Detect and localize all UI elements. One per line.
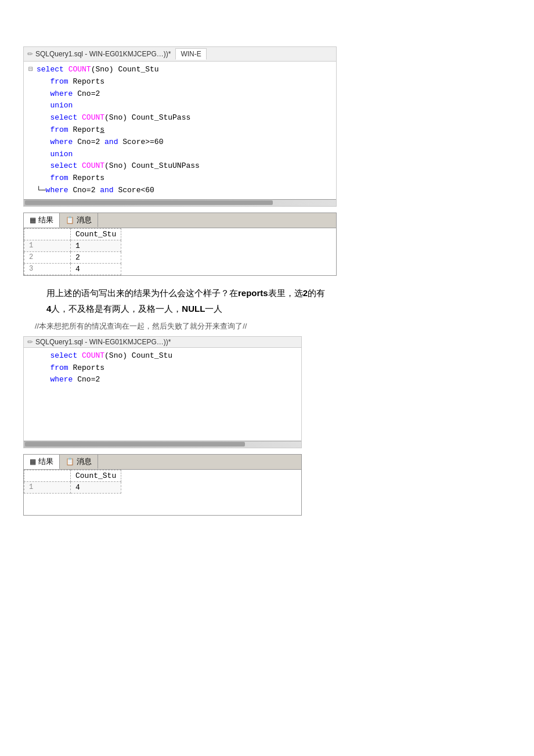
code-line-8: union — [28, 149, 331, 161]
code-line-2: from Reports — [28, 76, 331, 88]
editor-title-bar-2: ✏ SQLQuery1.sql - WIN-EG01KMJCEPG…))* — [24, 337, 301, 348]
results-tabs-2: ▦ 结果 📋 消息 — [23, 454, 302, 469]
editor-tab-1[interactable]: WIN-E — [175, 48, 206, 60]
comment-text: //本来想把所有的情况查询在一起，然后失败了就分开来查询了// — [35, 321, 511, 332]
code-line-5: select COUNT(Sno) Count_StuPass — [28, 112, 331, 124]
desc-text-6: 一人 — [205, 304, 222, 314]
editor-scrollbar-1[interactable] — [24, 199, 336, 206]
editor-title-1: SQLQuery1.sql - WIN-EG01KMJCEPG…))* — [35, 50, 171, 58]
scrollbar-thumb-1[interactable] — [25, 200, 273, 205]
scrollbar-thumb-2[interactable] — [25, 442, 245, 447]
messages-tab-2[interactable]: 📋 消息 — [60, 455, 98, 469]
messages-icon-1: 📋 — [66, 216, 74, 224]
results-table-container-1: Count_Stu 1 1 2 2 3 4 — [23, 228, 337, 276]
row-num-2-1: 1 — [24, 481, 71, 493]
results-tab-label-2: 结果 — [38, 456, 53, 467]
code-line-4: union — [28, 100, 331, 112]
results-table-2: Count_Stu 1 4 — [24, 470, 121, 494]
editor-body-2[interactable]: select COUNT(Sno) Count_Stu from Reports… — [24, 348, 301, 441]
desc-text-1: 用上述的语句写出来的结果为什么会这个样子？在 — [46, 288, 238, 298]
line-indicator-10 — [28, 172, 34, 185]
desc-text-3: 的有 — [308, 288, 325, 298]
results-icon-2: ▦ — [30, 458, 36, 466]
code-line-9: select COUNT(Sno) Count_StuUNPass — [28, 160, 331, 172]
editor-title-bar-1: ✏ SQLQuery1.sql - WIN-EG01KMJCEPG…))* WI… — [24, 47, 336, 62]
row-num-1-2: 2 — [24, 251, 71, 263]
results-tab-label-1: 结果 — [38, 215, 53, 225]
results-tab-2-active[interactable]: ▦ 结果 — [24, 455, 60, 469]
table-row: 2 2 — [24, 251, 121, 263]
line-indicator-2-3 — [28, 374, 34, 386]
code-line-6: from Reports — [28, 124, 331, 136]
line-indicator-2-1 — [28, 350, 34, 362]
sql-editor-block-2: ✏ SQLQuery1.sql - WIN-EG01KMJCEPG…))* se… — [23, 336, 302, 448]
results-tab-1-active[interactable]: ▦ 结果 — [24, 213, 60, 228]
desc-bold-3: NULL — [182, 304, 205, 314]
row-num-header-1 — [24, 228, 71, 240]
line-indicator-2 — [28, 76, 34, 88]
results-section-2: ▦ 结果 📋 消息 Count_Stu 1 — [23, 454, 302, 516]
line-indicator-9 — [28, 160, 34, 172]
desc-bold-2: 2 — [303, 288, 308, 298]
row-val-1-3: 4 — [71, 263, 121, 275]
messages-tab-label-1: 消息 — [77, 215, 92, 225]
row-num-1-3: 3 — [24, 263, 71, 275]
sql-editor-block-1: ✏ SQLQuery1.sql - WIN-EG01KMJCEPG…))* WI… — [23, 46, 337, 207]
line-indicator-7 — [28, 136, 34, 149]
desc-text-2: 表里，选 — [268, 288, 303, 298]
line-indicator-8 — [28, 149, 34, 161]
messages-icon-2: 📋 — [66, 458, 74, 466]
code-line-1: ⊟ select COUNT(Sno) Count_Stu — [28, 64, 331, 76]
line-indicator-4 — [28, 100, 34, 112]
messages-tab-1[interactable]: 📋 消息 — [60, 213, 98, 227]
code-line-3: where Cno=2 — [28, 88, 331, 100]
messages-tab-label-2: 消息 — [77, 456, 92, 467]
code-line-7: where Cno=2 and Score>=60 — [28, 136, 331, 149]
line-indicator-1: ⊟ — [28, 64, 34, 76]
count-stu-header-1: Count_Stu — [71, 228, 121, 240]
description-block: 用上述的语句写出来的结果为什么会这个样子？在reports表里，选2的有 4人，… — [46, 285, 511, 316]
code-line-2-1: select COUNT(Sno) Count_Stu — [28, 350, 297, 362]
editor-scrollbar-2[interactable] — [24, 441, 301, 448]
results-section-1: ▦ 结果 📋 消息 Count_Stu 1 — [23, 213, 337, 276]
count-stu-header-2: Count_Stu — [71, 470, 121, 481]
row-val-2-1: 4 — [71, 481, 121, 493]
pencil-icon-2: ✏ — [27, 338, 33, 346]
code-line-2-2: from Reports — [28, 362, 297, 375]
results-icon-1: ▦ — [30, 216, 36, 224]
code-line-10: from Reports — [28, 172, 331, 185]
results-table-1: Count_Stu 1 1 2 2 3 4 — [24, 228, 121, 275]
table-row: 1 1 — [24, 240, 121, 251]
line-indicator-2-2 — [28, 362, 34, 375]
line-indicator-3 — [28, 88, 34, 100]
desc-text-5: 人，不及格是有两人，及格一人， — [51, 304, 182, 314]
line-indicator-5 — [28, 112, 34, 124]
row-num-header-2 — [24, 470, 71, 481]
row-val-1-2: 2 — [71, 251, 121, 263]
code-line-11: └─where Cno=2 and Score<60 — [28, 185, 331, 197]
table-row: 3 4 — [24, 263, 121, 275]
line-indicator-6 — [28, 124, 34, 136]
results-tabs-1: ▦ 结果 📋 消息 — [23, 213, 337, 228]
row-num-1-1: 1 — [24, 240, 71, 251]
editor-empty-space-2 — [28, 386, 297, 421]
line-indicator-11 — [28, 185, 34, 197]
page-content: ✏ SQLQuery1.sql - WIN-EG01KMJCEPG…))* WI… — [12, 12, 522, 527]
table-row: 1 4 — [24, 481, 121, 493]
code-line-2-3: where Cno=2 — [28, 374, 297, 386]
desc-bold-1: reports — [238, 288, 268, 298]
pencil-icon-1: ✏ — [27, 50, 33, 58]
results-table-container-2: Count_Stu 1 4 — [23, 469, 302, 516]
row-val-1-1: 1 — [71, 240, 121, 251]
editor-body-1[interactable]: ⊟ select COUNT(Sno) Count_Stu from Repor… — [24, 62, 336, 199]
editor-title-2: SQLQuery1.sql - WIN-EG01KMJCEPG…))* — [35, 338, 171, 346]
